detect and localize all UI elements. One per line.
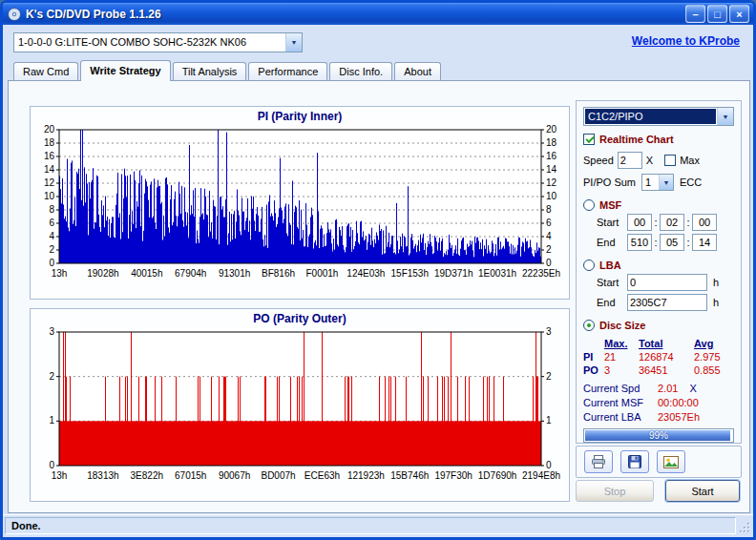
svg-text:121923h: 121923h — [346, 470, 384, 481]
msf-end-frame-input[interactable] — [692, 234, 717, 251]
msf-separator: : — [654, 217, 658, 228]
print-button[interactable] — [584, 450, 613, 473]
tab-about[interactable]: About — [394, 62, 441, 80]
svg-text:22235Eh: 22235Eh — [521, 268, 559, 279]
msf-start-label: Start — [597, 217, 625, 228]
svg-text:1: 1 — [546, 415, 552, 426]
svg-text:4: 4 — [49, 231, 54, 241]
svg-text:6: 6 — [546, 218, 552, 228]
tab-raw-cmd[interactable]: Raw Cmd — [13, 62, 78, 80]
tab-write-strategy[interactable]: Write Strategy — [80, 60, 170, 81]
svg-text:67015h: 67015h — [175, 470, 206, 481]
tabstrip: Raw Cmd Write Strategy Tilt Analysis Per… — [13, 60, 443, 80]
disc-size-radio[interactable] — [583, 320, 595, 331]
lba-start-input[interactable] — [627, 274, 707, 291]
svg-text:2: 2 — [49, 371, 54, 382]
close-button[interactable]: × — [729, 5, 749, 23]
svg-text:90067h: 90067h — [218, 470, 249, 481]
stats-po-max: 3 — [604, 363, 639, 377]
minimize-button[interactable]: – — [685, 5, 705, 23]
pipo-sum-select[interactable]: 1 ▼ — [641, 174, 674, 191]
stats-header-total: Total — [639, 337, 694, 350]
lba-label: LBA — [599, 260, 621, 271]
export-image-button[interactable] — [657, 450, 685, 473]
svg-text:F0001h: F0001h — [305, 268, 338, 279]
svg-text:91301h: 91301h — [218, 268, 249, 279]
current-speed-label: Current Spd — [583, 383, 658, 394]
svg-text:67904h: 67904h — [175, 268, 206, 279]
svg-text:3: 3 — [546, 327, 552, 337]
titlebar: K's CD/DVD Probe 1.1.26 – □ × — [3, 3, 753, 25]
msf-end-row: End : : — [583, 234, 734, 251]
drive-select[interactable]: 1-0-0-0 G:LITE-ON COMBO SOHC-5232K NK06 … — [13, 32, 303, 52]
current-msf-row: Current MSF 00:00:00 — [583, 395, 734, 409]
svg-text:2: 2 — [546, 244, 552, 255]
msf-label: MSF — [599, 199, 621, 211]
resize-grip[interactable] — [739, 522, 751, 534]
speed-input[interactable] — [618, 152, 642, 169]
tab-page: PI (Parity Inner) 0022446688101012121414… — [8, 80, 750, 513]
mode-select[interactable]: C1C2/PIPO ▼ — [583, 107, 734, 126]
msf-radio[interactable] — [583, 199, 595, 211]
lba-end-unit: h — [713, 297, 719, 308]
tab-performance[interactable]: Performance — [248, 62, 327, 80]
svg-text:3: 3 — [49, 327, 54, 337]
stats-header-max: Max. — [604, 337, 639, 350]
realtime-chart-label: Realtime Chart — [599, 134, 674, 145]
pipo-sum-row: PI/PO Sum 1 ▼ ECC — [583, 174, 734, 191]
window-controls: – □ × — [683, 5, 749, 23]
stats-header-avg: Avg — [694, 337, 734, 350]
stats-pi-total: 126874 — [639, 350, 694, 363]
printer-icon — [591, 455, 606, 468]
pi-chart: PI (Parity Inner) 0022446688101012121414… — [30, 106, 570, 300]
app-window: K's CD/DVD Probe 1.1.26 – □ × 1-0-0-0 G:… — [0, 0, 756, 540]
realtime-chart-option[interactable]: Realtime Chart — [583, 133, 734, 146]
current-lba-label: Current LBA — [583, 411, 658, 423]
status-field: Done. — [5, 517, 736, 534]
svg-text:13h: 13h — [51, 470, 67, 481]
svg-text:14: 14 — [546, 164, 557, 175]
msf-start-frame-input[interactable] — [692, 214, 717, 231]
save-button[interactable] — [620, 450, 649, 473]
msf-end-min-input[interactable] — [627, 234, 652, 251]
window-title: K's CD/DVD Probe 1.1.26 — [26, 8, 683, 21]
stats-row-pi-label: PI — [583, 350, 604, 363]
svg-text:10: 10 — [43, 191, 54, 201]
stats-table: Max. Total Avg PI 21 126874 2.975 PO 3 3… — [583, 337, 734, 377]
msf-option[interactable]: MSF — [583, 198, 734, 211]
welcome-link[interactable]: Welcome to KProbe — [632, 34, 740, 48]
disc-size-option[interactable]: Disc Size — [583, 319, 734, 331]
realtime-chart-checkbox[interactable] — [583, 134, 595, 145]
svg-text:13h: 13h — [51, 268, 67, 279]
msf-separator: : — [654, 237, 658, 248]
status-text: Done. — [11, 520, 41, 531]
control-panel: C1C2/PIPO ▼ Realtime Chart Speed X Max P… — [576, 100, 742, 444]
msf-separator: : — [686, 217, 690, 228]
pipo-sum-label: PI/PO Sum — [583, 177, 636, 188]
lba-radio[interactable] — [583, 260, 595, 271]
svg-text:19028h: 19028h — [87, 268, 118, 279]
svg-text:18: 18 — [546, 137, 557, 148]
dropdown-arrow-icon[interactable]: ▼ — [659, 175, 673, 190]
svg-text:20: 20 — [43, 125, 54, 135]
msf-end-sec-input[interactable] — [660, 234, 684, 251]
msf-start-sec-input[interactable] — [660, 214, 684, 231]
svg-text:15F153h: 15F153h — [390, 268, 428, 279]
stats-pi-avg: 2.975 — [694, 350, 734, 363]
app-icon — [7, 7, 22, 22]
dropdown-arrow-icon[interactable]: ▼ — [717, 108, 733, 125]
lba-end-input[interactable] — [627, 294, 707, 311]
dropdown-arrow-icon[interactable]: ▼ — [285, 33, 302, 52]
start-button[interactable]: Start — [665, 480, 740, 502]
svg-text:19D371h: 19D371h — [433, 268, 472, 279]
current-speed-row: Current Spd 2.01 X — [583, 381, 734, 395]
stop-button[interactable]: Stop — [576, 480, 654, 502]
tab-disc-info[interactable]: Disc Info. — [329, 62, 392, 80]
maximize-button[interactable]: □ — [707, 5, 727, 23]
msf-start-min-input[interactable] — [627, 214, 652, 231]
tab-tilt-analysis[interactable]: Tilt Analysis — [173, 62, 247, 80]
lba-end-label: End — [597, 297, 625, 308]
svg-text:0: 0 — [546, 460, 552, 470]
max-speed-checkbox[interactable] — [664, 155, 676, 166]
lba-option[interactable]: LBA — [583, 259, 734, 271]
